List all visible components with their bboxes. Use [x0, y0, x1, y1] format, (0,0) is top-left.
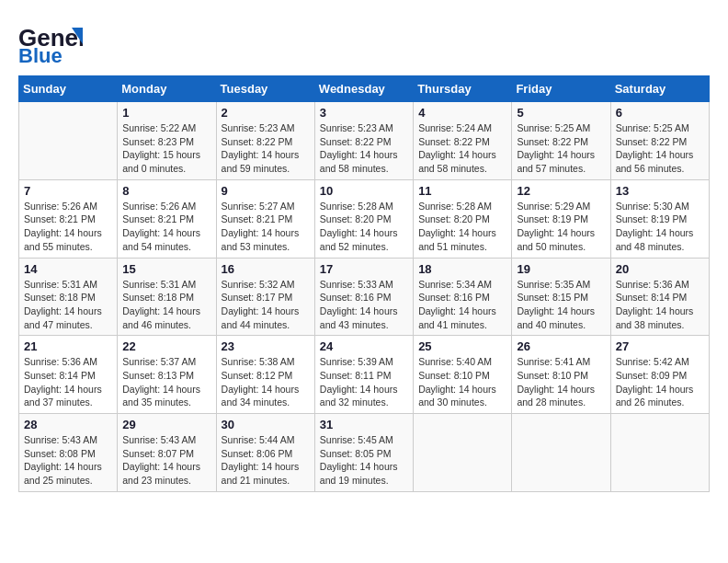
cell-details: Sunrise: 5:41 AMSunset: 8:10 PMDaylight:… — [517, 355, 605, 409]
calendar-cell: 24Sunrise: 5:39 AMSunset: 8:11 PMDayligh… — [314, 336, 413, 414]
day-number: 30 — [222, 418, 310, 431]
day-number: 16 — [222, 262, 310, 276]
calendar-cell: 9Sunrise: 5:27 AMSunset: 8:21 PMDaylight… — [216, 179, 314, 258]
calendar-cell: 16Sunrise: 5:32 AMSunset: 8:17 PMDayligh… — [216, 258, 314, 336]
weekday-header-saturday: Saturday — [610, 76, 709, 102]
weekday-header-tuesday: Tuesday — [216, 76, 314, 102]
weekday-header-wednesday: Wednesday — [314, 76, 413, 102]
day-number: 18 — [418, 262, 506, 276]
day-number: 24 — [320, 339, 408, 353]
cell-details: Sunrise: 5:43 AMSunset: 8:08 PMDaylight:… — [24, 433, 112, 488]
calendar-cell: 1Sunrise: 5:22 AMSunset: 8:23 PMDaylight… — [118, 102, 216, 180]
calendar-cell: 29Sunrise: 5:43 AMSunset: 8:07 PMDayligh… — [118, 414, 216, 492]
cell-details: Sunrise: 5:24 AMSunset: 8:22 PMDaylight:… — [418, 121, 506, 176]
calendar-cell: 3Sunrise: 5:23 AMSunset: 8:22 PMDaylight… — [314, 102, 413, 180]
calendar-cell: 26Sunrise: 5:41 AMSunset: 8:10 PMDayligh… — [512, 336, 610, 414]
calendar-cell — [414, 414, 512, 492]
cell-details: Sunrise: 5:31 AMSunset: 8:18 PMDaylight:… — [24, 278, 112, 332]
day-number: 26 — [517, 339, 605, 353]
cell-details: Sunrise: 5:35 AMSunset: 8:15 PMDaylight:… — [517, 278, 605, 332]
cell-details: Sunrise: 5:40 AMSunset: 8:10 PMDaylight:… — [418, 355, 506, 409]
cell-details: Sunrise: 5:22 AMSunset: 8:23 PMDaylight:… — [122, 121, 210, 176]
day-number: 20 — [616, 262, 704, 276]
cell-details: Sunrise: 5:45 AMSunset: 8:05 PMDaylight:… — [320, 433, 408, 488]
day-number: 27 — [616, 339, 704, 353]
calendar-cell: 20Sunrise: 5:36 AMSunset: 8:14 PMDayligh… — [610, 258, 709, 336]
cell-details: Sunrise: 5:30 AMSunset: 8:19 PMDaylight:… — [616, 200, 704, 254]
cell-details: Sunrise: 5:25 AMSunset: 8:22 PMDaylight:… — [616, 121, 704, 176]
cell-details: Sunrise: 5:23 AMSunset: 8:22 PMDaylight:… — [320, 121, 408, 176]
day-number: 31 — [320, 418, 408, 431]
calendar-week-5: 28Sunrise: 5:43 AMSunset: 8:08 PMDayligh… — [19, 414, 710, 492]
day-number: 17 — [320, 262, 408, 276]
day-number: 1 — [122, 106, 210, 120]
calendar-cell: 28Sunrise: 5:43 AMSunset: 8:08 PMDayligh… — [19, 414, 118, 492]
cell-details: Sunrise: 5:29 AMSunset: 8:19 PMDaylight:… — [517, 200, 605, 254]
cell-details: Sunrise: 5:28 AMSunset: 8:20 PMDaylight:… — [320, 200, 408, 254]
day-number: 10 — [320, 184, 408, 198]
calendar-cell: 14Sunrise: 5:31 AMSunset: 8:18 PMDayligh… — [19, 258, 118, 336]
calendar-cell — [610, 414, 709, 492]
calendar-cell: 6Sunrise: 5:25 AMSunset: 8:22 PMDaylight… — [610, 102, 709, 180]
cell-details: Sunrise: 5:32 AMSunset: 8:17 PMDaylight:… — [222, 278, 310, 332]
calendar-table: SundayMondayTuesdayWednesdayThursdayFrid… — [18, 75, 710, 492]
cell-details: Sunrise: 5:43 AMSunset: 8:07 PMDaylight:… — [122, 433, 210, 488]
day-number: 7 — [24, 184, 112, 198]
logo: General Blue — [18, 18, 83, 66]
calendar-cell: 11Sunrise: 5:28 AMSunset: 8:20 PMDayligh… — [414, 179, 512, 258]
calendar-cell: 8Sunrise: 5:26 AMSunset: 8:21 PMDaylight… — [118, 179, 216, 258]
calendar-cell: 12Sunrise: 5:29 AMSunset: 8:19 PMDayligh… — [512, 179, 610, 258]
calendar-cell: 4Sunrise: 5:24 AMSunset: 8:22 PMDaylight… — [414, 102, 512, 180]
cell-details: Sunrise: 5:26 AMSunset: 8:21 PMDaylight:… — [122, 200, 210, 254]
calendar-cell: 30Sunrise: 5:44 AMSunset: 8:06 PMDayligh… — [216, 414, 314, 492]
weekday-header-sunday: Sunday — [19, 76, 118, 102]
day-number: 22 — [122, 339, 210, 353]
day-number: 4 — [418, 106, 506, 120]
calendar-cell: 23Sunrise: 5:38 AMSunset: 8:12 PMDayligh… — [216, 336, 314, 414]
day-number: 14 — [24, 262, 112, 276]
calendar-cell: 2Sunrise: 5:23 AMSunset: 8:22 PMDaylight… — [216, 102, 314, 180]
calendar-cell: 21Sunrise: 5:36 AMSunset: 8:14 PMDayligh… — [19, 336, 118, 414]
cell-details: Sunrise: 5:31 AMSunset: 8:18 PMDaylight:… — [122, 278, 210, 332]
day-number: 19 — [517, 262, 605, 276]
calendar-cell — [512, 414, 610, 492]
day-number: 28 — [24, 418, 112, 431]
weekday-header-monday: Monday — [118, 76, 216, 102]
cell-details: Sunrise: 5:28 AMSunset: 8:20 PMDaylight:… — [418, 200, 506, 254]
calendar-cell: 22Sunrise: 5:37 AMSunset: 8:13 PMDayligh… — [118, 336, 216, 414]
cell-details: Sunrise: 5:42 AMSunset: 8:09 PMDaylight:… — [616, 355, 704, 409]
calendar-week-4: 21Sunrise: 5:36 AMSunset: 8:14 PMDayligh… — [19, 336, 710, 414]
day-number: 15 — [122, 262, 210, 276]
calendar-cell: 19Sunrise: 5:35 AMSunset: 8:15 PMDayligh… — [512, 258, 610, 336]
calendar-cell: 17Sunrise: 5:33 AMSunset: 8:16 PMDayligh… — [314, 258, 413, 336]
cell-details: Sunrise: 5:36 AMSunset: 8:14 PMDaylight:… — [616, 278, 704, 332]
day-number: 23 — [222, 339, 310, 353]
calendar-week-2: 7Sunrise: 5:26 AMSunset: 8:21 PMDaylight… — [19, 179, 710, 258]
day-number: 2 — [222, 106, 310, 120]
cell-details: Sunrise: 5:23 AMSunset: 8:22 PMDaylight:… — [222, 121, 310, 176]
cell-details: Sunrise: 5:27 AMSunset: 8:21 PMDaylight:… — [222, 200, 310, 254]
calendar-cell: 10Sunrise: 5:28 AMSunset: 8:20 PMDayligh… — [314, 179, 413, 258]
calendar-cell: 27Sunrise: 5:42 AMSunset: 8:09 PMDayligh… — [610, 336, 709, 414]
svg-text:Blue: Blue — [18, 44, 63, 64]
calendar-cell: 13Sunrise: 5:30 AMSunset: 8:19 PMDayligh… — [610, 179, 709, 258]
logo-icon: General Blue — [18, 18, 83, 64]
day-number: 12 — [517, 184, 605, 198]
calendar-cell: 5Sunrise: 5:25 AMSunset: 8:22 PMDaylight… — [512, 102, 610, 180]
day-number: 6 — [616, 106, 704, 120]
page-header: General Blue — [18, 18, 710, 66]
cell-details: Sunrise: 5:33 AMSunset: 8:16 PMDaylight:… — [320, 278, 408, 332]
cell-details: Sunrise: 5:37 AMSunset: 8:13 PMDaylight:… — [122, 355, 210, 409]
calendar-header-row: SundayMondayTuesdayWednesdayThursdayFrid… — [19, 76, 710, 102]
day-number: 13 — [616, 184, 704, 198]
calendar-cell: 31Sunrise: 5:45 AMSunset: 8:05 PMDayligh… — [314, 414, 413, 492]
cell-details: Sunrise: 5:44 AMSunset: 8:06 PMDaylight:… — [222, 433, 310, 488]
cell-details: Sunrise: 5:38 AMSunset: 8:12 PMDaylight:… — [222, 355, 310, 409]
day-number: 5 — [517, 106, 605, 120]
day-number: 11 — [418, 184, 506, 198]
calendar-cell: 7Sunrise: 5:26 AMSunset: 8:21 PMDaylight… — [19, 179, 118, 258]
day-number: 3 — [320, 106, 408, 120]
day-number: 25 — [418, 339, 506, 353]
calendar-cell — [19, 102, 118, 180]
calendar-cell: 18Sunrise: 5:34 AMSunset: 8:16 PMDayligh… — [414, 258, 512, 336]
